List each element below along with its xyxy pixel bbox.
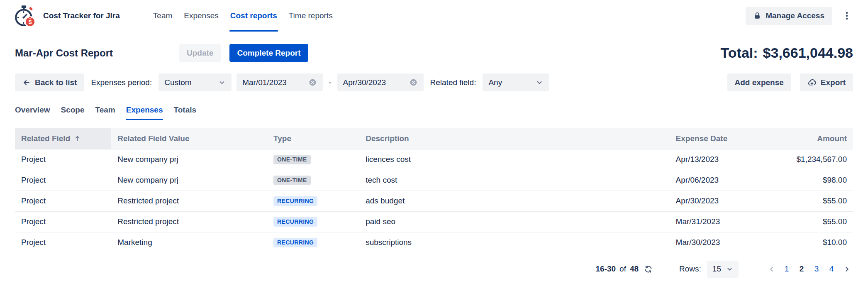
add-expense-button[interactable]: Add expense xyxy=(727,73,791,91)
cell-description: subscriptions xyxy=(359,232,669,253)
nav-item-expenses[interactable]: Expenses xyxy=(178,0,224,32)
table-row[interactable]: Project New company prj ONE-TIME licence… xyxy=(15,149,853,170)
cell-related-field-value: New company prj xyxy=(111,149,267,170)
cell-type: RECURRING xyxy=(267,191,359,211)
svg-text:$: $ xyxy=(28,19,32,25)
rows-label: Rows: xyxy=(679,264,701,274)
tab-totals[interactable]: Totals xyxy=(174,105,197,120)
rows-per-page-select[interactable]: 15 xyxy=(707,261,739,278)
type-badge: ONE-TIME xyxy=(273,176,311,185)
manage-access-button[interactable]: Manage Access xyxy=(746,7,832,25)
table-footer: 16-30 of 48 Rows: 15 1 2 3 4 xyxy=(0,261,868,278)
date-from-value: Mar/01/2023 xyxy=(242,78,287,87)
period-select-value: Custom xyxy=(164,78,191,87)
nav-item-cost-reports[interactable]: Cost reports xyxy=(224,0,283,32)
next-page-icon[interactable] xyxy=(841,262,853,276)
cell-expense-date: Mar/31/2023 xyxy=(670,211,779,232)
cell-expense-date: Mar/30/2023 xyxy=(670,232,779,253)
back-to-list-button[interactable]: Back to list xyxy=(15,73,84,91)
more-options-button[interactable] xyxy=(838,7,856,25)
tab-team[interactable]: Team xyxy=(95,105,115,120)
page-4[interactable]: 4 xyxy=(826,262,837,276)
column-header-description[interactable]: Description xyxy=(359,128,669,149)
period-label: Expenses period: xyxy=(89,78,154,87)
lock-icon xyxy=(753,12,761,20)
tab-scope[interactable]: Scope xyxy=(61,105,85,120)
related-field-select-value: Any xyxy=(488,78,502,87)
export-button[interactable]: Export xyxy=(800,73,853,91)
column-header-related-field[interactable]: Related Field xyxy=(15,128,111,149)
cell-amount: $10.00 xyxy=(778,232,853,253)
page-1[interactable]: 1 xyxy=(781,262,792,276)
page-2[interactable]: 2 xyxy=(796,262,807,276)
nav-item-label: Cost reports xyxy=(230,11,277,20)
report-title: Mar-Apr Cost Report xyxy=(15,47,113,59)
type-badge: RECURRING xyxy=(273,217,317,227)
nav-item-team[interactable]: Team xyxy=(147,0,178,32)
nav-item-label: Time reports xyxy=(289,11,333,20)
chevron-down-icon xyxy=(726,266,733,273)
clear-date-from-icon[interactable] xyxy=(308,78,317,87)
cell-related-field-value: Restricted project xyxy=(111,191,267,211)
cell-type: RECURRING xyxy=(267,211,359,232)
related-field-label: Related field: xyxy=(429,78,478,87)
type-badge: RECURRING xyxy=(273,238,317,247)
cell-related-field: Project xyxy=(15,191,111,211)
table-row[interactable]: Project Restricted project RECURRING pai… xyxy=(15,211,853,232)
column-header-expense-date[interactable]: Expense Date xyxy=(670,128,779,149)
cell-description: tech cost xyxy=(359,170,669,191)
range-total: 48 xyxy=(630,264,639,274)
filter-bar: Back to list Expenses period: Custom Mar… xyxy=(0,73,868,91)
tab-overview[interactable]: Overview xyxy=(15,105,50,120)
related-field-select[interactable]: Any xyxy=(483,73,549,91)
refresh-icon[interactable] xyxy=(644,265,653,274)
cell-description: licences cost xyxy=(359,149,669,170)
date-from-input[interactable]: Mar/01/2023 xyxy=(237,73,323,91)
update-button[interactable]: Update xyxy=(179,44,221,62)
column-header-type[interactable]: Type xyxy=(267,128,359,149)
top-nav: Team Expenses Cost reports Time reports xyxy=(147,0,339,32)
date-range-separator: - xyxy=(328,78,332,87)
results-range: 16-30 of 48 xyxy=(595,264,653,274)
cell-type: ONE-TIME xyxy=(267,149,359,170)
column-header-related-field-value[interactable]: Related Field Value xyxy=(111,128,267,149)
arrow-left-icon xyxy=(22,78,31,87)
topbar-actions: Manage Access xyxy=(746,7,856,25)
nav-item-label: Expenses xyxy=(184,11,218,20)
report-header: Mar-Apr Cost Report Update Complete Repo… xyxy=(0,44,868,62)
cell-type: RECURRING xyxy=(267,232,359,253)
kebab-menu-icon xyxy=(842,11,852,21)
date-to-value: Apr/30/2023 xyxy=(343,78,386,87)
complete-report-button[interactable]: Complete Report xyxy=(229,44,308,62)
cell-description: ads budget xyxy=(359,191,669,211)
cell-expense-date: Apr/30/2023 xyxy=(670,191,779,211)
cell-related-field-value: Restricted project xyxy=(111,211,267,232)
pagination: 1 2 3 4 xyxy=(765,262,853,276)
chevron-down-icon xyxy=(218,79,226,86)
rows-per-page-value: 15 xyxy=(712,264,721,274)
cell-expense-date: Apr/06/2023 xyxy=(670,170,779,191)
nav-item-label: Team xyxy=(153,11,172,20)
back-to-list-label: Back to list xyxy=(35,78,77,87)
filter-right-actions: Add expense Export xyxy=(727,73,853,91)
table-row[interactable]: Project New company prj ONE-TIME tech co… xyxy=(15,170,853,191)
cell-amount: $55.00 xyxy=(778,211,853,232)
nav-item-time-reports[interactable]: Time reports xyxy=(283,0,339,32)
table-row[interactable]: Project Restricted project RECURRING ads… xyxy=(15,191,853,211)
tab-expenses[interactable]: Expenses xyxy=(126,105,163,120)
sort-ascending-icon xyxy=(74,135,81,142)
cell-description: paid seo xyxy=(359,211,669,232)
cell-type: ONE-TIME xyxy=(267,170,359,191)
table-row[interactable]: Project Marketing RECURRING subscription… xyxy=(15,232,853,253)
type-badge: ONE-TIME xyxy=(273,155,311,164)
page-3[interactable]: 3 xyxy=(811,262,822,276)
clear-date-to-icon[interactable] xyxy=(409,78,418,87)
column-header-amount[interactable]: Amount xyxy=(778,128,853,149)
top-bar: $ Cost Tracker for Jira Team Expenses Co… xyxy=(0,0,868,32)
column-header-label: Related Field xyxy=(21,134,70,143)
cell-related-field: Project xyxy=(15,170,111,191)
period-select[interactable]: Custom xyxy=(158,73,232,91)
date-to-input[interactable]: Apr/30/2023 xyxy=(337,73,424,91)
previous-page-icon[interactable] xyxy=(765,262,778,276)
cell-expense-date: Apr/13/2023 xyxy=(670,149,779,170)
